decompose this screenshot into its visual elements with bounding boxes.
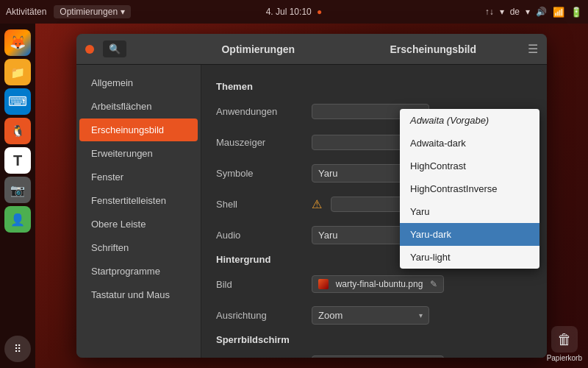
dropdown-hintergrund-ausrichtung-arrow: ▾ bbox=[419, 311, 423, 319]
network-icon: 📶 bbox=[553, 7, 564, 18]
control-sperr-bild: warty-final-ubuntu.png ✎ bbox=[312, 355, 532, 358]
datetime-text: 4. Jul 10:10 bbox=[266, 7, 312, 17]
popup-item-adwaita-dark[interactable]: Adwaita-dark bbox=[400, 132, 539, 155]
hamburger-button[interactable]: ☰ bbox=[528, 42, 538, 56]
sidebar-item-erscheinungsbild[interactable]: Erscheinungsbild bbox=[79, 118, 198, 141]
shell-warning-icon: ⚠ bbox=[312, 197, 322, 211]
dropdown-audio-value: Yaru bbox=[318, 230, 338, 241]
dock-icon-ubuntu[interactable]: 🐧 bbox=[4, 118, 31, 144]
dropdown-symbole-value: Yaru bbox=[318, 168, 338, 179]
dropdown-popup-themes: Adwaita (Vorgabe) Adwaita-dark HighContr… bbox=[400, 109, 539, 269]
topbar-datetime[interactable]: 4. Jul 10:10 ● bbox=[266, 7, 323, 17]
window-body: Allgemein Arbeitsflächen Erscheinungsbil… bbox=[76, 65, 547, 358]
window: 🔍 Optimierungen Erscheinungsbild ☰ Allge… bbox=[76, 34, 547, 358]
control-hintergrund-bild: warty-final-ubuntu.png ✎ bbox=[312, 275, 532, 293]
section-themen: Themen bbox=[216, 81, 532, 92]
main-area: 🗑 Papierkorb 🔍 Optimierungen Erscheinung… bbox=[35, 24, 588, 368]
search-box[interactable]: 🔍 bbox=[103, 40, 126, 57]
sidebar-item-erweiterungen[interactable]: Erweiterungen bbox=[79, 142, 198, 165]
dock-icon-text[interactable]: T bbox=[4, 147, 31, 174]
app-menu[interactable]: Optimierungen ▾ bbox=[54, 5, 131, 18]
dock: 🦊 📁 ⌨ 🐧 T 📷 👤 ⠿ bbox=[0, 24, 35, 368]
popup-item-yaru[interactable]: Yaru bbox=[400, 200, 539, 223]
label-anwendungen: Anwendungen bbox=[216, 106, 312, 117]
file-img-icon-hintergrund bbox=[318, 279, 329, 289]
datetime-dot: ● bbox=[317, 7, 322, 17]
app-menu-chevron: ▾ bbox=[121, 7, 125, 17]
dock-icon-vscode[interactable]: ⌨ bbox=[4, 88, 31, 115]
trash-icon[interactable]: 🗑 bbox=[551, 326, 578, 353]
popup-item-highcontrast[interactable]: HighContrast bbox=[400, 155, 539, 177]
activities-label[interactable]: Aktivitäten bbox=[6, 7, 46, 17]
file-control-hintergrund[interactable]: warty-final-ubuntu.png ✎ bbox=[312, 275, 444, 293]
file-action-icon-hintergrund: ✎ bbox=[430, 279, 437, 289]
sidebar-item-schriften[interactable]: Schriften bbox=[79, 236, 198, 259]
dock-icon-files[interactable]: 📁 bbox=[4, 59, 31, 85]
dock-bottom: ⠿ bbox=[4, 336, 31, 362]
row-hintergrund-bild: Bild warty-final-ubuntu.png ✎ bbox=[216, 272, 532, 296]
sidebar-item-obere-leiste[interactable]: Obere Leiste bbox=[79, 213, 198, 236]
label-mauszeiger: Mauszeiger bbox=[216, 137, 312, 148]
label-hintergrund-ausrichtung: Ausrichtung bbox=[216, 310, 312, 321]
content-panel: Themen Anwendungen ▾ Mauszeiger bbox=[201, 65, 547, 358]
label-shell: Shell bbox=[216, 199, 312, 210]
popup-item-yaru-light[interactable]: Yaru-light bbox=[400, 246, 539, 269]
show-apps-button[interactable]: ⠿ bbox=[4, 336, 31, 362]
dock-icon-firefox[interactable]: 🦊 bbox=[4, 29, 31, 56]
dock-icon-contact[interactable]: 👤 bbox=[4, 206, 31, 233]
file-value-hintergrund: warty-final-ubuntu.png bbox=[336, 279, 423, 289]
dropdown-hintergrund-ausrichtung-value: Zoom bbox=[318, 310, 343, 321]
battery-icon: 🔋 bbox=[570, 7, 582, 18]
popup-item-adwaita[interactable]: Adwaita (Vorgabe) bbox=[400, 109, 539, 132]
window-header: 🔍 Optimierungen Erscheinungsbild ☰ bbox=[76, 34, 547, 65]
cursor-icon: ↑↓ bbox=[485, 7, 494, 17]
topbar-left: Aktivitäten Optimierungen ▾ bbox=[6, 5, 131, 18]
volume-icon[interactable]: 🔊 bbox=[536, 7, 547, 17]
sidebar-item-arbeitsflaechen[interactable]: Arbeitsflächen bbox=[79, 95, 198, 118]
trash-area: 🗑 Papierkorb bbox=[547, 326, 582, 362]
window-section-title: Erscheinungsbild bbox=[390, 43, 476, 55]
sidebar-item-tastatur-maus[interactable]: Tastatur und Maus bbox=[79, 283, 198, 306]
row-hintergrund-ausrichtung: Ausrichtung Zoom ▾ bbox=[216, 303, 532, 327]
sidebar-item-fenster[interactable]: Fenster bbox=[79, 166, 198, 188]
indicator-arrow: ▾ bbox=[500, 7, 504, 17]
label-symbole: Symbole bbox=[216, 168, 312, 179]
file-control-sperr[interactable]: warty-final-ubuntu.png ✎ bbox=[312, 355, 444, 358]
window-title: Optimierungen bbox=[134, 43, 383, 55]
dock-icon-screenshot[interactable]: 📷 bbox=[4, 177, 31, 203]
sidebar-item-allgemein[interactable]: Allgemein bbox=[79, 71, 198, 94]
sidebar-item-startprogramme[interactable]: Startprogramme bbox=[79, 260, 198, 283]
control-hintergrund-ausrichtung: Zoom ▾ bbox=[312, 306, 532, 325]
trash-label: Papierkorb bbox=[547, 354, 582, 362]
app-menu-label: Optimierungen bbox=[60, 7, 118, 17]
dropdown-hintergrund-ausrichtung[interactable]: Zoom ▾ bbox=[312, 306, 429, 325]
topbar: Aktivitäten Optimierungen ▾ 4. Jul 10:10… bbox=[0, 0, 588, 24]
popup-item-highcontrast-inverse[interactable]: HighContrastInverse bbox=[400, 177, 539, 200]
sidebar-item-fenstertitelleisten[interactable]: Fenstertitelleisten bbox=[79, 189, 198, 212]
lang-label[interactable]: de bbox=[510, 7, 520, 17]
section-sperrbildschirm: Sperrbildschirm bbox=[216, 334, 532, 345]
topbar-right: ↑↓ ▾ de ▾ 🔊 📶 🔋 bbox=[485, 7, 582, 18]
lang-arrow: ▾ bbox=[526, 7, 530, 17]
row-sperr-bild: Bild warty-final-ubuntu.png ✎ bbox=[216, 353, 532, 358]
window-close-button[interactable] bbox=[85, 45, 94, 54]
search-icon: 🔍 bbox=[109, 43, 121, 54]
popup-item-yaru-dark[interactable]: Yaru-dark bbox=[400, 223, 539, 246]
sidebar-nav: Allgemein Arbeitsflächen Erscheinungsbil… bbox=[76, 65, 201, 358]
label-hintergrund-bild: Bild bbox=[216, 279, 312, 290]
label-audio: Audio bbox=[216, 230, 312, 241]
